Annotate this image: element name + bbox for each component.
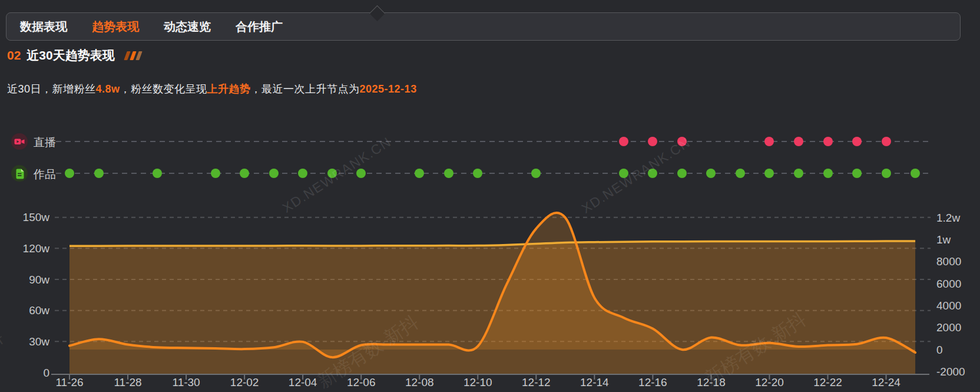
x-axis-label: 12-24 (872, 376, 900, 388)
x-axis-label: 11-28 (114, 376, 141, 388)
left-axis-label: 0 (43, 367, 49, 379)
trend-line-chart[interactable]: 11-2611-2811-3012-0212-0412-0612-0812-10… (0, 0, 980, 392)
right-axis-label: 6000 (936, 278, 961, 290)
x-axis-label: 12-12 (522, 376, 551, 388)
left-axis-label: 120w (23, 242, 50, 255)
x-axis-label: 12-20 (755, 376, 784, 388)
x-axis-label: 12-08 (405, 376, 434, 388)
left-axis-label: 60w (29, 304, 49, 317)
right-axis-label: 2000 (936, 321, 961, 334)
x-axis-label: 11-26 (55, 376, 83, 388)
left-axis-label: 90w (29, 274, 49, 286)
x-axis-label: 12-22 (813, 376, 842, 388)
right-axis-label: 4000 (936, 299, 961, 312)
x-axis-label: 12-04 (289, 376, 317, 388)
x-axis-label: 12-18 (697, 376, 726, 388)
right-axis-label: 8000 (936, 255, 961, 268)
x-axis-label: 12-06 (347, 376, 376, 388)
x-axis-label: 12-02 (230, 376, 259, 388)
x-axis-label: 12-16 (638, 376, 667, 388)
right-axis-label: 0 (936, 344, 943, 356)
x-axis-label: 12-10 (463, 376, 492, 388)
right-axis-label: -2000 (936, 365, 965, 378)
left-axis-label: 150w (23, 211, 50, 223)
x-axis-label: 12-14 (580, 376, 609, 388)
x-axis-label: 11-30 (172, 376, 200, 388)
left-axis-label: 30w (29, 335, 49, 348)
right-axis-label: 1.2w (936, 212, 960, 224)
right-axis-label: 1w (936, 233, 951, 246)
trend-dashboard-page: 数据表现趋势表现动态速览合作推广 02 近30天趋势表现 近30日，新增粉丝4.… (0, 0, 980, 392)
